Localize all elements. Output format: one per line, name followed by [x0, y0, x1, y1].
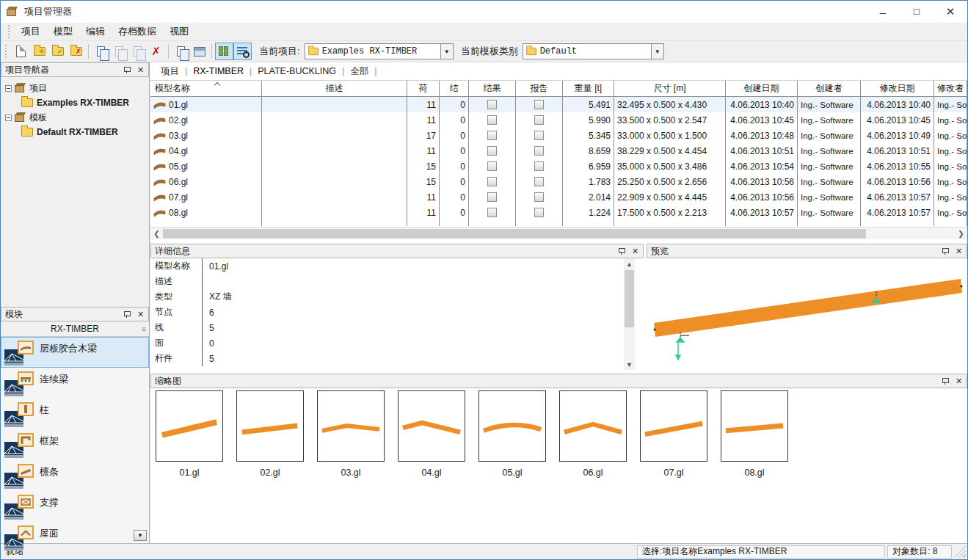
copy-button[interactable] [92, 43, 110, 60]
thumbnail-view-toggle[interactable] [215, 43, 233, 60]
tab-2[interactable]: RX-TIMBER [189, 65, 248, 78]
module-item-2[interactable]: 连续梁 [1, 368, 149, 399]
scroll-up-icon[interactable]: ▲ [624, 258, 635, 269]
combo-arrow-icon[interactable]: ▼ [440, 44, 453, 59]
results-checkbox[interactable] [487, 177, 497, 186]
details-vertical-scrollbar[interactable]: ▲ ▼ [624, 258, 635, 370]
thumbnail-03.gl[interactable]: 03.gl [317, 390, 385, 478]
column-header-8[interactable]: 尺寸 [m] [614, 81, 726, 96]
results-checkbox[interactable] [487, 161, 497, 171]
tab-4[interactable]: 全部 [346, 64, 373, 79]
module-scroll-down-button[interactable]: ▼ [134, 530, 147, 541]
delete-project-button[interactable]: ✗ [67, 43, 85, 60]
table-row-03.gl[interactable]: 03.gl1705.34533.000 x 0.500 x 1.5004.06.… [150, 128, 967, 143]
toolbar-grip-2[interactable] [5, 45, 9, 58]
toolbar-grip[interactable] [8, 25, 12, 38]
table-row-04.gl[interactable]: 04.gl1108.65938.229 x 0.500 x 4.4544.06.… [150, 143, 967, 159]
results-checkbox[interactable] [487, 100, 497, 109]
column-header-7[interactable]: 重量 [t] [563, 81, 614, 96]
report-checkbox[interactable] [534, 100, 544, 109]
results-checkbox[interactable] [487, 208, 497, 217]
thumbnail-04.gl[interactable]: 04.gl [398, 390, 465, 478]
pin-icon[interactable] [939, 246, 950, 256]
report-checkbox[interactable] [534, 131, 544, 140]
tree-leaf-2-1[interactable]: Default RX-TIMBER [5, 125, 148, 139]
report-checkbox[interactable] [534, 177, 544, 186]
close-panel-icon[interactable]: ✕ [135, 309, 146, 319]
expander-icon[interactable] [5, 114, 12, 121]
module-item-5[interactable]: 檩条 [1, 460, 149, 491]
tab-3[interactable]: PLATE-BUCKLING [253, 65, 341, 78]
column-header-10[interactable]: 创建者 [798, 81, 861, 96]
results-checkbox[interactable] [487, 146, 497, 156]
delete-button[interactable]: ✗ [147, 43, 165, 60]
paste-button[interactable] [110, 43, 128, 60]
group-menu-icon[interactable]: ≡ [142, 325, 146, 333]
module-group-header[interactable]: RX-TIMBER ≡ [1, 321, 149, 337]
tree-node-1[interactable]: 项目 [5, 81, 148, 95]
table-row-02.gl[interactable]: 02.gl1105.99033.500 x 0.500 x 2.5474.06.… [150, 112, 967, 128]
column-header-2[interactable]: 描述 [262, 81, 407, 96]
thumbnail-06.gl[interactable]: 06.gl [559, 390, 627, 478]
report-checkbox[interactable] [534, 115, 544, 125]
menu-item-1[interactable]: 项目 [15, 23, 47, 40]
thumbnail-08.gl[interactable]: 08.gl [721, 390, 788, 478]
thumbnail-07.gl[interactable]: 07.gl [640, 390, 707, 478]
column-header-11[interactable]: 修改日期 [861, 81, 934, 96]
pin-icon[interactable] [121, 309, 132, 319]
tree-leaf-1-1[interactable]: Examples RX-TIMBER [5, 95, 148, 110]
scroll-down-icon[interactable]: ▼ [624, 359, 635, 370]
new-project-button[interactable]: ✱ [30, 43, 48, 60]
table-row-07.gl[interactable]: 07.gl1102.01422.909 x 0.500 x 4.4454.06.… [150, 189, 967, 205]
pin-icon[interactable] [121, 65, 132, 75]
new-model-button[interactable] [12, 43, 30, 60]
column-header-6[interactable]: 报告 [516, 81, 563, 96]
details-view-toggle[interactable] [233, 43, 252, 60]
thumbnail-05.gl[interactable]: 05.gl [478, 390, 546, 478]
results-checkbox[interactable] [487, 131, 497, 140]
table-row-05.gl[interactable]: 05.gl1506.95935.000 x 0.500 x 3.4864.06.… [150, 159, 967, 174]
column-header-4[interactable]: 结 [440, 81, 469, 96]
pin-icon[interactable] [616, 246, 627, 256]
menu-item-4[interactable]: 存档数据 [112, 23, 163, 40]
close-panel-icon[interactable]: ✕ [135, 65, 146, 75]
template-category-combobox[interactable]: Default ▼ [523, 43, 664, 59]
menu-item-2[interactable]: 模型 [47, 23, 79, 40]
expander-icon[interactable] [5, 85, 12, 92]
column-header-12[interactable]: 修改者 [934, 81, 967, 96]
connect-project-button[interactable] [172, 43, 190, 60]
thumbnail-02.gl[interactable]: 02.gl [236, 390, 304, 478]
scroll-left-icon[interactable]: ❮ [150, 228, 163, 240]
scrollbar-thumb[interactable] [163, 229, 866, 239]
module-item-6[interactable]: 支撑 [1, 491, 149, 522]
table-row-08.gl[interactable]: 08.gl1101.22417.500 x 0.500 x 2.2134.06.… [150, 205, 967, 220]
combo-arrow-icon[interactable]: ▼ [651, 44, 663, 59]
report-checkbox[interactable] [534, 146, 544, 156]
results-checkbox[interactable] [487, 115, 497, 125]
maximize-button[interactable]: ☐ [900, 1, 934, 23]
tab-1[interactable]: 项目 [156, 64, 183, 79]
table-horizontal-scrollbar[interactable]: ❮ ❯ [150, 227, 967, 239]
close-panel-icon[interactable]: ✕ [953, 376, 964, 386]
results-checkbox[interactable] [487, 192, 497, 202]
module-item-7[interactable]: 屋面 [1, 522, 149, 553]
module-item-1[interactable]: 层板胶合木梁 [1, 337, 149, 368]
copy-to-button[interactable] [128, 43, 147, 60]
column-header-5[interactable]: 结果 [469, 81, 516, 96]
archive-table-button[interactable] [190, 43, 208, 60]
close-button[interactable]: ✕ [934, 1, 967, 23]
open-project-button[interactable]: ✓ [48, 43, 67, 60]
resize-grip[interactable] [954, 546, 966, 558]
table-row-06.gl[interactable]: 06.gl1501.78325.250 x 0.500 x 2.6564.06.… [150, 174, 967, 189]
report-checkbox[interactable] [534, 208, 544, 217]
report-checkbox[interactable] [534, 192, 544, 202]
column-header-3[interactable]: 荷 [407, 81, 440, 96]
scroll-right-icon[interactable]: ❯ [955, 228, 967, 240]
module-item-4[interactable]: 框架 [1, 429, 149, 460]
table-row-01.gl[interactable]: 01.gl1105.49132.495 x 0.500 x 4.4304.06.… [150, 97, 967, 112]
column-header-1[interactable]: 模型名称 [150, 81, 262, 96]
close-panel-icon[interactable]: ✕ [630, 246, 641, 256]
preview-viewport[interactable] [647, 258, 967, 370]
module-item-3[interactable]: 柱 [1, 399, 149, 429]
column-header-9[interactable]: 创建日期 [726, 81, 798, 96]
